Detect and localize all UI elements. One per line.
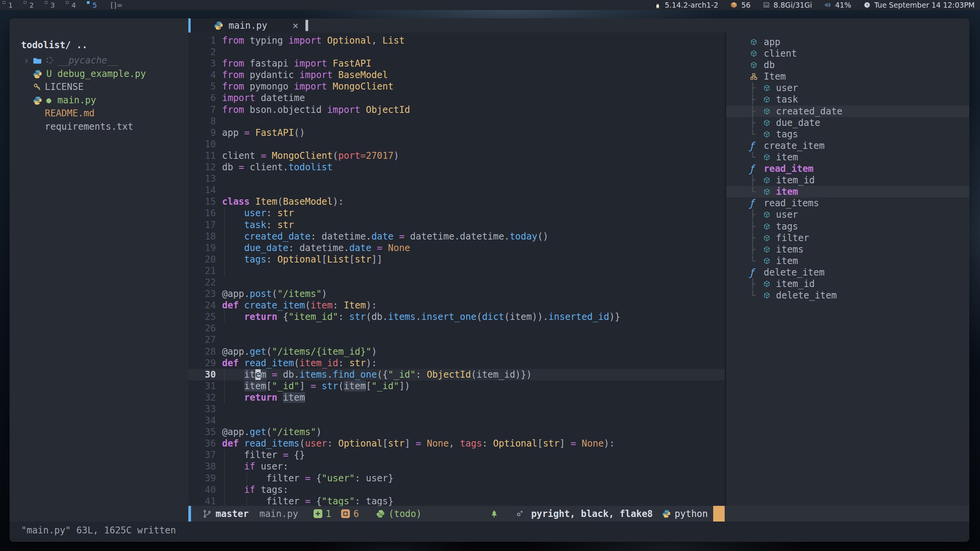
outline-item-item-id[interactable]: ├item_id — [726, 278, 969, 290]
code-line-33[interactable]: 33 — [188, 403, 725, 415]
code-line-36[interactable]: 36def read_items(user: Optional[str] = N… — [188, 438, 725, 449]
file-tree-item-readme-md[interactable]: README.md — [10, 107, 188, 120]
code-line-21[interactable]: 21 — [188, 265, 725, 277]
outline-item-created-date[interactable]: ├created_date — [726, 106, 969, 117]
file-tree-item-debug-example-py[interactable]: Udebug_example.py — [10, 67, 188, 81]
outline-item-item[interactable]: └item — [726, 152, 969, 163]
outline-item-filter[interactable]: ├filter — [726, 232, 969, 244]
code-line-22[interactable]: 22 — [188, 277, 725, 288]
outline-item-read-item[interactable]: ƒread_item — [726, 163, 969, 174]
file-tree-item-requirements-txt[interactable]: requirements.txt — [10, 120, 188, 134]
code-line-7[interactable]: 7from bson.objectid import ObjectId — [188, 104, 725, 116]
line-number: 13 — [188, 173, 216, 184]
file-tree-item--pycache-[interactable]: ›__pycache__ — [10, 54, 188, 67]
file-tree-root[interactable]: todolist/ .. — [10, 38, 188, 54]
code-line-16[interactable]: 16 user: str — [188, 207, 725, 219]
outline-item-items[interactable]: ├items — [726, 244, 969, 255]
code-line-28[interactable]: 28@app.get("/items/{item_id}") — [188, 346, 725, 357]
file-tree-item-main-py[interactable]: main.py — [10, 94, 188, 107]
code-line-23[interactable]: 23@app.post("/items") — [188, 288, 725, 300]
code-line-15[interactable]: 15class Item(BaseModel): — [188, 196, 725, 207]
tab-main-py[interactable]: main.py × — [191, 18, 305, 33]
outline-item-client[interactable]: client — [726, 48, 969, 59]
code-editor[interactable]: 1from typing import Optional, List23from… — [188, 33, 725, 506]
close-icon[interactable]: × — [292, 20, 299, 31]
line-number: 26 — [188, 323, 216, 334]
code-line-5[interactable]: 5from pymongo import MongoClient — [188, 81, 725, 92]
code-line-35[interactable]: 35@app.get("/items") — [188, 426, 725, 438]
workspace-button-5[interactable]: 5 — [84, 0, 105, 10]
outline-item-user[interactable]: ├user — [726, 82, 969, 94]
code-text: def read_items(user: Optional[str] = Non… — [222, 438, 615, 449]
layout-indicator: []= — [111, 1, 123, 9]
tabline-empty — [308, 18, 969, 33]
line-number: 41 — [188, 496, 216, 506]
workspace-button-4[interactable]: 4 — [63, 0, 84, 10]
line-number: 37 — [188, 449, 216, 461]
code-line-40[interactable]: 40 if tags: — [188, 484, 725, 496]
outline-item-delete-item[interactable]: ƒdelete_item — [726, 267, 969, 278]
code-line-24[interactable]: 24def create_item(item: Item): — [188, 300, 725, 311]
code-line-29[interactable]: 29def read_item(item_id: str): — [188, 357, 725, 369]
code-line-26[interactable]: 26 — [188, 323, 725, 334]
diagnostic-info-count: 6 — [353, 509, 359, 519]
code-line-39[interactable]: 39 filter = {"user": user} — [188, 473, 725, 484]
workspace-button-3[interactable]: 3 — [42, 0, 63, 10]
code-line-20[interactable]: 20 tags: Optional[List[str]] — [188, 254, 725, 265]
code-line-14[interactable]: 14 — [188, 184, 725, 196]
code-line-12[interactable]: 12db = client.todolist — [188, 161, 725, 173]
code-line-32[interactable]: 32 return item — [188, 392, 725, 403]
statusline-accent-bar — [188, 506, 191, 522]
outline-item-db[interactable]: db — [726, 59, 969, 71]
key-icon — [33, 82, 42, 92]
code-line-6[interactable]: 6import datetime — [188, 92, 725, 104]
code-line-3[interactable]: 3from fastapi import FastAPI — [188, 58, 725, 69]
outline-item-read-items[interactable]: ƒread_items — [726, 197, 969, 209]
outline-item-user[interactable]: ├user — [726, 209, 969, 220]
outline-item-app[interactable]: app — [726, 36, 969, 48]
outline-item-item[interactable]: └item — [726, 255, 969, 267]
code-line-18[interactable]: 18 created_date: datetime.date = datetim… — [188, 231, 725, 242]
code-line-9[interactable]: 9app = FastAPI() — [188, 127, 725, 139]
code-line-25[interactable]: 25 return {"item_id": str(db.items.inser… — [188, 311, 725, 323]
outline-item-item[interactable]: └item — [726, 186, 969, 197]
code-line-19[interactable]: 19 due_date: datetime.date = None — [188, 242, 725, 254]
code-text: from pymongo import MongoClient — [222, 81, 394, 92]
line-number: 34 — [188, 415, 216, 426]
code-line-41[interactable]: 41 filter = {"tags": tags} — [188, 496, 725, 506]
outline-item-task[interactable]: ├task — [726, 94, 969, 105]
code-line-1[interactable]: 1from typing import Optional, List — [188, 35, 725, 46]
symbol-name: db — [764, 59, 775, 71]
symbol-name: tags — [776, 129, 798, 140]
line-number: 27 — [188, 334, 216, 346]
code-line-31[interactable]: 31 item["_id"] = str(item["_id"]) — [188, 380, 725, 392]
outline-item-item[interactable]: Item — [726, 71, 969, 82]
outline-item-delete-item[interactable]: └delete_item — [726, 290, 969, 301]
tabline-offset — [10, 18, 188, 33]
code-line-4[interactable]: 4from pydantic import BaseModel — [188, 69, 725, 81]
line-number: 11 — [188, 150, 216, 161]
outline-item-tags[interactable]: └tags — [726, 129, 969, 140]
code-text: item["_id"] = str(item["_id"]) — [222, 380, 410, 392]
code-line-11[interactable]: 11client = MongoClient(port=27017) — [188, 150, 725, 161]
code-line-2[interactable]: 2 — [188, 46, 725, 58]
workspace-button-2[interactable]: 2 — [21, 0, 42, 10]
file-tree-item-license[interactable]: LICENSE — [10, 80, 188, 94]
tree-connector: └ — [750, 129, 755, 140]
code-line-37[interactable]: 37 filter = {} — [188, 449, 725, 461]
workspace-button-1[interactable]: 1 — [0, 0, 21, 10]
outline-item-create-item[interactable]: ƒcreate_item — [726, 140, 969, 152]
code-line-8[interactable]: 8 — [188, 116, 725, 127]
outline-item-tags[interactable]: ├tags — [726, 221, 969, 232]
code-line-13[interactable]: 13 — [188, 173, 725, 184]
outline-item-item-id[interactable]: ├item_id — [726, 174, 969, 186]
outline-item-due-date[interactable]: ├due_date — [726, 117, 969, 129]
code-line-17[interactable]: 17 task: str — [188, 219, 725, 231]
code-line-38[interactable]: 38 if user: — [188, 461, 725, 472]
tree-connector: ├ — [750, 174, 755, 186]
code-line-30[interactable]: 30 item = db.items.find_one({"_id": Obje… — [188, 369, 725, 380]
code-line-10[interactable]: 10 — [188, 139, 725, 150]
code-line-34[interactable]: 34 — [188, 415, 725, 426]
line-number: 17 — [188, 219, 216, 231]
code-line-27[interactable]: 27 — [188, 334, 725, 346]
